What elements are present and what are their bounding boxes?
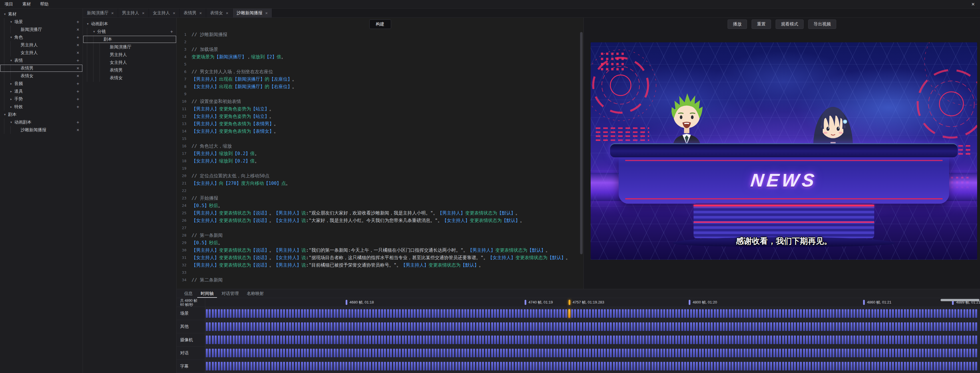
tab-close-icon[interactable]: × <box>226 11 228 16</box>
timeline-segment[interactable] <box>725 322 727 331</box>
timeline-segment[interactable] <box>705 362 707 370</box>
timeline-segment[interactable] <box>325 309 327 318</box>
script-tree-item[interactable]: 表情女 <box>83 74 177 82</box>
timeline-segment[interactable] <box>295 322 297 331</box>
timeline-segment[interactable] <box>334 349 336 357</box>
timeline-segment[interactable] <box>494 349 496 357</box>
timeline-segment[interactable] <box>432 309 434 318</box>
timeline-segment[interactable] <box>304 336 306 344</box>
timeline-segment[interactable] <box>761 322 763 331</box>
timeline-segment[interactable] <box>235 322 237 331</box>
code-line[interactable]: 13【男主持人】变更角色表情为【表情男】。 <box>177 120 584 128</box>
timeline-segment[interactable] <box>509 362 511 370</box>
timeline-segment[interactable] <box>491 349 493 357</box>
editor-tab[interactable]: 表情男× <box>180 9 206 18</box>
timeline-segment[interactable] <box>434 349 436 357</box>
timeline-segment[interactable] <box>847 362 850 370</box>
timeline-segment[interactable] <box>806 362 808 370</box>
timeline-segment[interactable] <box>732 362 733 370</box>
timeline-segment[interactable] <box>830 362 832 370</box>
timeline-segment[interactable] <box>355 349 356 357</box>
timeline-segment[interactable] <box>963 309 966 318</box>
timeline-segment[interactable] <box>556 322 558 331</box>
timeline-segment[interactable] <box>580 349 582 357</box>
code-line[interactable]: 22 <box>177 187 584 194</box>
timeline-segment[interactable] <box>452 309 454 318</box>
timeline-segment[interactable] <box>434 362 436 370</box>
timeline-segment[interactable] <box>515 336 517 344</box>
timeline-segment[interactable] <box>298 362 300 370</box>
timeline-segment[interactable] <box>818 309 819 318</box>
timeline-segment[interactable] <box>794 309 796 318</box>
timeline-segment[interactable] <box>256 349 258 357</box>
timeline-segment[interactable] <box>693 349 695 357</box>
timeline-segment[interactable] <box>934 322 936 331</box>
timeline-segment[interactable] <box>803 322 805 331</box>
timeline-segment[interactable] <box>684 349 686 357</box>
timeline-segment[interactable] <box>533 349 535 357</box>
timeline-segment[interactable] <box>423 336 425 344</box>
timeline-segment[interactable] <box>250 349 253 357</box>
timeline-segment[interactable] <box>215 336 217 344</box>
timeline-segment[interactable] <box>298 349 300 357</box>
timeline-segment[interactable] <box>541 362 544 370</box>
timeline-segment[interactable] <box>669 362 671 370</box>
track-area[interactable] <box>205 333 980 346</box>
timeline-segment[interactable] <box>604 322 606 331</box>
timeline-segment[interactable] <box>732 322 733 331</box>
timeline-segment[interactable] <box>767 336 769 344</box>
timeline-segment[interactable] <box>592 362 594 370</box>
timeline-segment[interactable] <box>809 362 811 370</box>
timeline-segment[interactable] <box>740 322 743 331</box>
timeline-segment[interactable] <box>247 322 249 331</box>
timeline-segment[interactable] <box>916 349 918 357</box>
code-line[interactable]: 20// 定位点位置的太低，向上移动50点 <box>177 172 584 180</box>
timeline-segment[interactable] <box>423 362 425 370</box>
timeline-segment[interactable] <box>803 336 805 344</box>
timeline-segment[interactable] <box>740 349 743 357</box>
timeline-segment[interactable] <box>667 322 668 331</box>
timeline-segment[interactable] <box>960 322 962 331</box>
timeline-segment[interactable] <box>643 336 644 344</box>
timeline-segment[interactable] <box>321 349 324 357</box>
timeline-segment[interactable] <box>488 322 490 331</box>
timeline-segment[interactable] <box>319 336 321 344</box>
timeline-segment[interactable] <box>319 349 321 357</box>
timeline-segment[interactable] <box>627 309 630 318</box>
timeline-segment[interactable] <box>868 336 870 344</box>
timeline-segment[interactable] <box>945 322 947 331</box>
timeline-segment[interactable] <box>520 322 523 331</box>
timeline-segment[interactable] <box>229 362 232 370</box>
timeline-segment[interactable] <box>859 322 861 331</box>
timeline-segment[interactable] <box>842 362 844 370</box>
timeline-segment[interactable] <box>244 322 247 331</box>
timeline-segment[interactable] <box>464 336 466 344</box>
editor-tab[interactable]: 男主持人× <box>118 9 149 18</box>
timeline-segment[interactable] <box>518 309 520 318</box>
timeline-segment[interactable] <box>717 349 719 357</box>
timeline-segment[interactable] <box>235 349 237 357</box>
code-line[interactable]: 31【女主持人】变更表情状态为【说话】。【女主持人】说:"据现场目击者称，这只橘… <box>177 254 584 261</box>
timeline-segment[interactable] <box>265 362 267 370</box>
timeline-segment[interactable] <box>627 362 630 370</box>
timeline-segment[interactable] <box>598 309 600 318</box>
timeline-segment[interactable] <box>592 322 594 331</box>
video-preview[interactable]: NEWS 感谢收看，我们下期再见。 <box>591 42 977 260</box>
material-tree-item[interactable]: 女主持人× <box>0 49 83 57</box>
timeline-segment[interactable] <box>438 309 439 318</box>
timeline-segment[interactable] <box>470 309 472 318</box>
timeline-segment[interactable] <box>865 336 867 344</box>
timeline-segment[interactable] <box>408 309 410 318</box>
timeline-segment[interactable] <box>913 309 915 318</box>
timeline-segment[interactable] <box>931 309 932 318</box>
timeline-segment[interactable] <box>856 349 859 357</box>
timeline-segment[interactable] <box>467 309 469 318</box>
code-line[interactable]: 27 <box>177 224 584 232</box>
timeline-segment[interactable] <box>494 322 496 331</box>
timeline-segment[interactable] <box>244 336 247 344</box>
timeline-segment[interactable] <box>283 322 285 331</box>
timeline-segment[interactable] <box>788 362 790 370</box>
timeline-segment[interactable] <box>972 322 974 331</box>
timeline-segment[interactable] <box>759 322 760 331</box>
timeline-segment[interactable] <box>381 362 383 370</box>
